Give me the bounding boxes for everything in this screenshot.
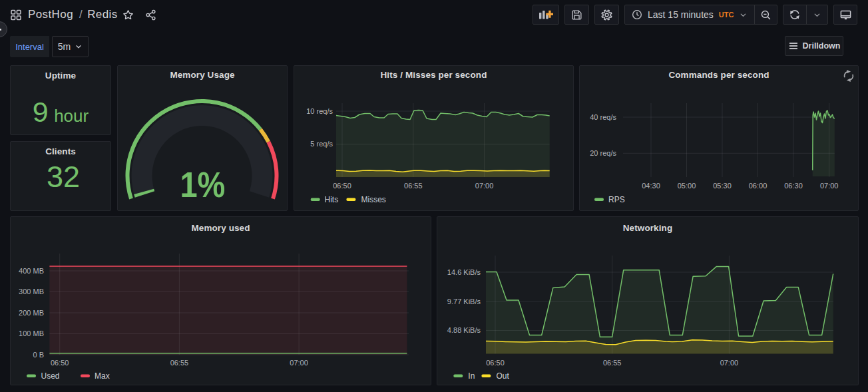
svg-text:9.77 KiB/s: 9.77 KiB/s: [447, 297, 481, 305]
svg-text:40 req/s: 40 req/s: [590, 113, 616, 121]
svg-text:400 MB: 400 MB: [19, 267, 44, 275]
svg-text:06:55: 06:55: [170, 359, 189, 367]
svg-text:06:55: 06:55: [404, 182, 423, 190]
svg-text:100 MB: 100 MB: [19, 329, 44, 337]
svg-text:07:00: 07:00: [475, 182, 494, 190]
svg-text:Out: Out: [496, 371, 509, 381]
svg-text:5 req/s: 5 req/s: [310, 140, 333, 148]
svg-text:Hits: Hits: [325, 195, 339, 204]
svg-text:14.6 KiB/s: 14.6 KiB/s: [447, 268, 481, 276]
svg-text:200 MB: 200 MB: [19, 309, 44, 317]
svg-text:07:00: 07:00: [820, 182, 839, 190]
svg-text:Misses: Misses: [361, 195, 386, 204]
svg-text:06:30: 06:30: [784, 182, 803, 190]
svg-text:10 req/s: 10 req/s: [306, 107, 333, 115]
svg-text:07:00: 07:00: [290, 359, 308, 367]
svg-text:06:55: 06:55: [603, 359, 622, 367]
svg-text:4.88 KiB/s: 4.88 KiB/s: [447, 326, 481, 334]
svg-text:Max: Max: [95, 371, 110, 381]
svg-text:RPS: RPS: [608, 195, 625, 204]
svg-text:300 MB: 300 MB: [19, 288, 44, 295]
svg-text:In: In: [468, 371, 475, 381]
svg-text:06:50: 06:50: [486, 359, 505, 367]
svg-text:0 B: 0 B: [33, 351, 44, 359]
svg-text:05:00: 05:00: [678, 182, 696, 190]
svg-text:04:30: 04:30: [642, 182, 660, 190]
svg-text:1%: 1%: [180, 164, 225, 204]
svg-text:06:00: 06:00: [749, 182, 767, 190]
svg-text:06:50: 06:50: [51, 359, 69, 367]
svg-text:07:00: 07:00: [720, 359, 739, 367]
svg-text:20 req/s: 20 req/s: [590, 149, 616, 157]
svg-text:05:30: 05:30: [713, 182, 732, 190]
svg-text:06:50: 06:50: [333, 182, 351, 190]
svg-text:Used: Used: [41, 371, 60, 381]
